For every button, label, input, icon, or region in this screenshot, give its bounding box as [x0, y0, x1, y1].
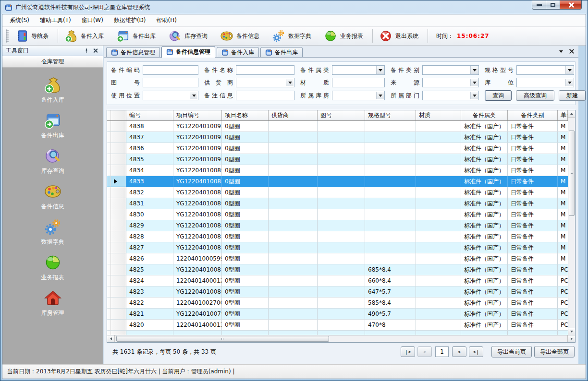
- location-select[interactable]: [516, 78, 574, 87]
- vertical-scroll-thumb[interactable]: [569, 131, 575, 216]
- tab[interactable]: 备件入库: [217, 47, 259, 57]
- spec-model-select[interactable]: [516, 65, 574, 75]
- remark-field[interactable]: [236, 91, 294, 100]
- table-row[interactable]: 4820 1220401400013 0型圈 470*8 标准件（国产）: [107, 320, 568, 331]
- part-code-field[interactable]: [143, 65, 198, 75]
- table-row[interactable]: 4838 YG12204010093 0型圈 标准件（国产）: [107, 121, 568, 132]
- toolbar-item[interactable]: 退出系统: [374, 28, 426, 44]
- pin-button[interactable]: [82, 47, 91, 55]
- table-row[interactable]: 4836 YG12204010091 0型圈 标准件（国产）: [107, 143, 568, 154]
- maximize-button[interactable]: [546, 0, 560, 10]
- scroll-right-button[interactable]: [567, 335, 575, 342]
- scroll-down-button[interactable]: [568, 328, 575, 335]
- part-category-select[interactable]: [422, 65, 479, 75]
- minimize-button[interactable]: [532, 0, 546, 10]
- table-row[interactable]: 4825 YG12204010081 0型圈 685*8.4 标准件（国产）: [107, 264, 568, 275]
- menu-item[interactable]: 窗口(W): [76, 14, 109, 26]
- row-selector-cell[interactable]: [107, 187, 126, 198]
- grid-col-name[interactable]: 项目名称: [222, 110, 269, 120]
- query-button[interactable]: 查询: [485, 90, 512, 101]
- table-row[interactable]: 4837 YG12204010092 0型圈 标准件（国产）: [107, 132, 568, 143]
- table-row[interactable]: 4827 YG12204010082 0型圈 标准件（国产）: [107, 242, 568, 253]
- sidebar-item[interactable]: 业务报表: [2, 253, 103, 282]
- table-row[interactable]: 4831 YG12204010086 0型圈 标准件（国产）: [107, 198, 568, 209]
- menu-item[interactable]: 系统(S): [4, 14, 35, 26]
- export-current-page-button[interactable]: 导出当前页: [491, 346, 532, 357]
- scroll-left-button[interactable]: [107, 335, 115, 342]
- table-row[interactable]: 4826 1220401000599 0型圈 标准件（国产）: [107, 253, 568, 264]
- row-selector-cell[interactable]: [107, 275, 126, 286]
- part-attr-select[interactable]: [332, 65, 385, 75]
- toolbar-item[interactable]: 备件信息: [215, 28, 267, 44]
- row-selector-cell[interactable]: [107, 231, 126, 242]
- table-row[interactable]: 4821 YG12204010079 0型圈 490*5.7 标准件（国产）: [107, 309, 568, 320]
- sidebar-item[interactable]: 备件入库: [2, 75, 103, 104]
- row-selector-cell[interactable]: [107, 264, 126, 275]
- row-selector-cell[interactable]: [107, 143, 126, 154]
- sidebar-item[interactable]: 备件出库: [2, 111, 103, 140]
- row-selector-cell[interactable]: [107, 242, 126, 253]
- row-selector-cell[interactable]: [107, 209, 126, 220]
- vertical-scrollbar[interactable]: [568, 110, 575, 335]
- sidebar-item[interactable]: 库存查询: [2, 146, 103, 175]
- row-selector-cell[interactable]: [107, 286, 126, 297]
- tab-list-dropdown-icon[interactable]: [559, 50, 563, 53]
- row-selector-cell[interactable]: [107, 309, 126, 319]
- row-selector-cell[interactable]: [107, 165, 126, 176]
- tab-close-icon[interactable]: [569, 49, 574, 54]
- menu-item[interactable]: 数据维护(D): [109, 14, 151, 26]
- grid-col-spec[interactable]: 规格型号: [365, 110, 416, 120]
- page-number-input[interactable]: [435, 346, 449, 357]
- row-selector-cell[interactable]: [107, 253, 126, 264]
- advanced-query-button[interactable]: 高级查询: [516, 90, 554, 101]
- row-selector-cell[interactable]: [107, 154, 126, 165]
- scroll-up-button[interactable]: [568, 110, 575, 118]
- toolbar-item[interactable]: 备件入库: [60, 28, 111, 44]
- tab[interactable]: 备件信息管理: [161, 46, 215, 58]
- part-name-field[interactable]: [236, 65, 294, 75]
- warehouse-select[interactable]: [332, 91, 385, 100]
- table-row[interactable]: 4828 YG12204010083 0型圈 标准件（国产）: [107, 231, 568, 242]
- grid-col-figure[interactable]: 图号: [318, 110, 365, 120]
- row-selector-cell[interactable]: [107, 320, 126, 330]
- table-row[interactable]: 4834 YG12204010089 0型圈 标准件（国产）: [107, 165, 568, 176]
- horizontal-scroll-thumb[interactable]: [116, 336, 329, 342]
- toolbar-item[interactable]: 备件出库: [111, 28, 163, 44]
- toolbar-item[interactable]: 导航条: [10, 28, 56, 44]
- sidebar-item[interactable]: 数据字典: [2, 217, 103, 246]
- grid-col-id[interactable]: 编号: [126, 110, 173, 120]
- menu-item[interactable]: 帮助(H): [151, 14, 182, 26]
- tab[interactable]: 备件出库: [260, 47, 303, 57]
- next-page-button[interactable]: >: [452, 346, 466, 357]
- sidebar-item[interactable]: 备件信息: [2, 182, 103, 211]
- new-button[interactable]: 新建: [559, 90, 586, 101]
- source-select[interactable]: [422, 78, 479, 87]
- menu-item[interactable]: 辅助工具(T): [35, 14, 76, 26]
- row-selector-cell[interactable]: [107, 220, 126, 231]
- row-selector-cell[interactable]: [107, 298, 126, 308]
- grid-col-material[interactable]: 材质: [416, 110, 461, 120]
- row-selector-cell[interactable]: [107, 198, 126, 209]
- tool-window-close-button[interactable]: [91, 47, 99, 55]
- export-all-pages-button[interactable]: 导出全部页: [534, 346, 575, 357]
- grid-col-unit[interactable]: 单位: [558, 110, 568, 120]
- table-row[interactable]: 4833 YG12204010088 0型圈 标准件（国产）: [107, 176, 568, 187]
- grid-col-attr[interactable]: 备件属类: [461, 110, 508, 120]
- close-button[interactable]: [560, 0, 582, 10]
- table-row[interactable]: 4829 YG12204010084 0型圈 标准件（国产）: [107, 220, 568, 231]
- toolbar-item[interactable]: 库存查询: [163, 28, 215, 44]
- tab[interactable]: 备件信息管理: [106, 47, 160, 57]
- figure-no-field[interactable]: [143, 78, 198, 87]
- table-row[interactable]: 4822 1220401002700 0型圈 585*8.4 标准件（国产）: [107, 298, 568, 309]
- row-selector-cell[interactable]: [107, 132, 126, 143]
- toolbar-grip-handle[interactable]: [6, 29, 9, 43]
- prev-page-button[interactable]: <: [417, 346, 432, 357]
- row-selector-cell[interactable]: [107, 176, 126, 187]
- usage-position-select[interactable]: [143, 91, 198, 100]
- toolbar-item[interactable]: 数据字典: [267, 28, 319, 44]
- material-field[interactable]: [332, 78, 385, 87]
- table-row[interactable]: 4823 YG12204010080 0型圈 647*5.7 标准件（国产）: [107, 286, 568, 298]
- toolbar-item[interactable]: 业务报表: [319, 28, 371, 44]
- department-select[interactable]: [422, 91, 479, 100]
- horizontal-scrollbar[interactable]: [107, 335, 575, 342]
